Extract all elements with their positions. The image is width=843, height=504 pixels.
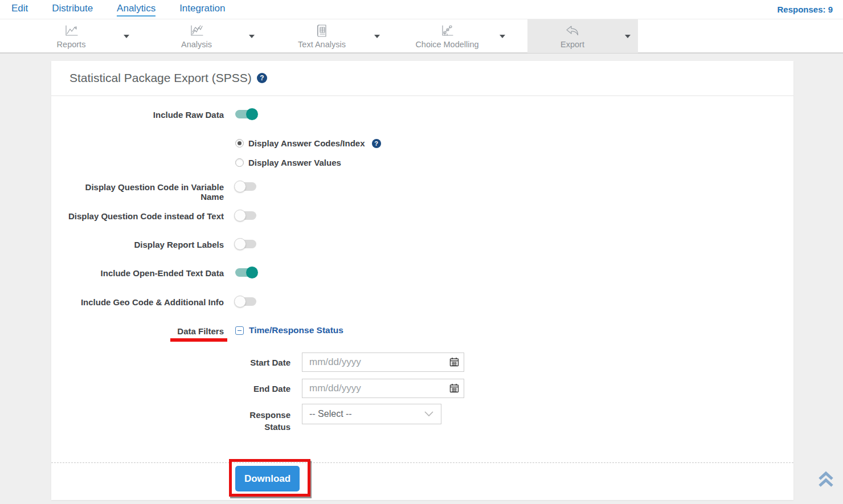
tab-text-analysis-main[interactable]: Text Analysis: [277, 19, 367, 53]
question-code-variable-name-label: Display Question Code in Variable Name: [63, 182, 224, 202]
radio-button-icon[interactable]: [235, 139, 244, 147]
radio-display-answer-codes[interactable]: Display Answer Codes/Index ?: [235, 138, 381, 148]
help-icon[interactable]: ?: [257, 73, 267, 83]
include-geo-code-toggle[interactable]: [235, 296, 257, 308]
toggle-knob: [246, 267, 258, 278]
tab-text-analysis[interactable]: Text Analysis: [277, 19, 387, 53]
end-date-input[interactable]: [302, 379, 464, 398]
chevron-down-icon: [424, 409, 434, 419]
chevron-down-icon: [374, 35, 380, 38]
response-status-label-line1: Response: [245, 409, 290, 421]
chevron-down-icon: [500, 35, 505, 38]
export-settings-card: Statistical Package Export (SPSS) ? Incl…: [51, 61, 793, 500]
dashed-separator: [51, 462, 793, 463]
tab-reports-main[interactable]: Reports: [26, 19, 116, 53]
end-date-field: [302, 379, 464, 398]
red-underline-annotation: [170, 338, 227, 342]
data-filters-label: Data Filters: [63, 326, 224, 336]
display-report-labels-label: Display Report Labels: [63, 240, 224, 249]
question-code-instead-text-label: Display Question Code instead of Text: [63, 211, 224, 221]
tab-analysis-label: Analysis: [181, 40, 212, 49]
top-nav-items: Edit Distribute Analytics Integration: [0, 3, 225, 17]
collapse-minus-icon[interactable]: [235, 326, 244, 335]
nav-item-edit[interactable]: Edit: [11, 3, 28, 17]
include-raw-data-toggle[interactable]: [235, 108, 257, 120]
scatter-chart-icon: [440, 23, 455, 38]
time-response-status-label: Time/Response Status: [249, 325, 343, 335]
tab-choice-modelling-main[interactable]: Choice Modelling: [402, 19, 492, 53]
response-status-label: Response Status: [245, 409, 290, 433]
display-report-labels-toggle[interactable]: [235, 238, 257, 250]
tab-text-analysis-dropdown[interactable]: [367, 19, 387, 53]
radio-button-icon[interactable]: [235, 158, 244, 167]
toggle-knob: [234, 296, 246, 308]
calendar-icon[interactable]: [449, 357, 459, 369]
app-viewport: Edit Distribute Analytics Integration Re…: [0, 0, 843, 504]
tab-choice-modelling-dropdown[interactable]: [492, 19, 513, 53]
chevron-down-icon: [124, 35, 129, 38]
tab-choice-modelling-label: Choice Modelling: [415, 40, 478, 49]
toggle-knob: [234, 181, 246, 192]
analytics-toolbar: Reports Analysis Text Analysis: [0, 19, 843, 54]
tab-choice-modelling[interactable]: Choice Modelling: [402, 19, 513, 53]
chevron-down-icon: [625, 35, 631, 38]
calendar-icon[interactable]: [449, 383, 459, 395]
start-date-label: Start Date: [222, 358, 290, 367]
tab-analysis-main[interactable]: Analysis: [152, 19, 242, 53]
response-status-label-line2: Status: [245, 421, 290, 433]
multi-line-chart-icon: [189, 23, 204, 38]
page-title: Statistical Package Export (SPSS): [69, 71, 252, 85]
tab-export-dropdown[interactable]: [617, 19, 638, 53]
card-header: Statistical Package Export (SPSS) ?: [51, 61, 793, 96]
nav-item-integration[interactable]: Integration: [179, 3, 225, 17]
end-date-label: End Date: [222, 384, 290, 394]
tab-analysis-dropdown[interactable]: [242, 19, 262, 53]
toggle-knob: [246, 108, 258, 120]
tab-export-main[interactable]: Export: [527, 19, 617, 53]
tab-export-label: Export: [560, 40, 584, 49]
nav-item-distribute[interactable]: Distribute: [52, 3, 93, 17]
tab-reports[interactable]: Reports: [26, 19, 137, 53]
line-chart-icon: [64, 23, 79, 38]
question-code-variable-name-toggle[interactable]: [235, 181, 257, 192]
include-open-ended-toggle[interactable]: [235, 267, 257, 278]
help-icon[interactable]: ?: [372, 139, 381, 148]
scroll-to-top-button[interactable]: [816, 469, 836, 491]
tab-text-analysis-label: Text Analysis: [298, 40, 346, 49]
response-status-value: -- Select --: [309, 409, 424, 419]
start-date-input[interactable]: [302, 353, 464, 372]
tab-export[interactable]: Export: [527, 19, 638, 53]
toggle-knob: [234, 210, 246, 222]
download-button[interactable]: Download: [235, 466, 300, 491]
include-raw-data-label: Include Raw Data: [63, 110, 224, 120]
include-open-ended-label: Include Open-Ended Text Data: [63, 268, 224, 278]
chevron-down-icon: [249, 35, 255, 38]
toggle-knob: [234, 238, 246, 250]
tab-analysis[interactable]: Analysis: [152, 19, 262, 53]
question-code-instead-text-toggle[interactable]: [235, 210, 257, 222]
tab-reports-dropdown[interactable]: [116, 19, 137, 53]
tab-reports-label: Reports: [57, 40, 86, 49]
export-arrow-icon: [564, 23, 580, 38]
time-response-status-section[interactable]: Time/Response Status: [235, 325, 343, 335]
responses-count: Responses: 9: [777, 5, 833, 14]
radio-display-answer-values[interactable]: Display Answer Values: [235, 158, 341, 167]
start-date-field: [302, 353, 464, 372]
document-table-icon: [315, 23, 329, 38]
top-navigation: Edit Distribute Analytics Integration Re…: [0, 0, 843, 19]
include-geo-code-label: Include Geo Code & Additional Info: [63, 297, 224, 307]
nav-item-analytics[interactable]: Analytics: [117, 3, 155, 17]
double-chevron-up-icon: [817, 470, 835, 490]
radio-display-answer-codes-label: Display Answer Codes/Index: [248, 138, 365, 148]
response-status-select[interactable]: -- Select --: [302, 404, 441, 424]
radio-display-answer-values-label: Display Answer Values: [248, 158, 341, 167]
